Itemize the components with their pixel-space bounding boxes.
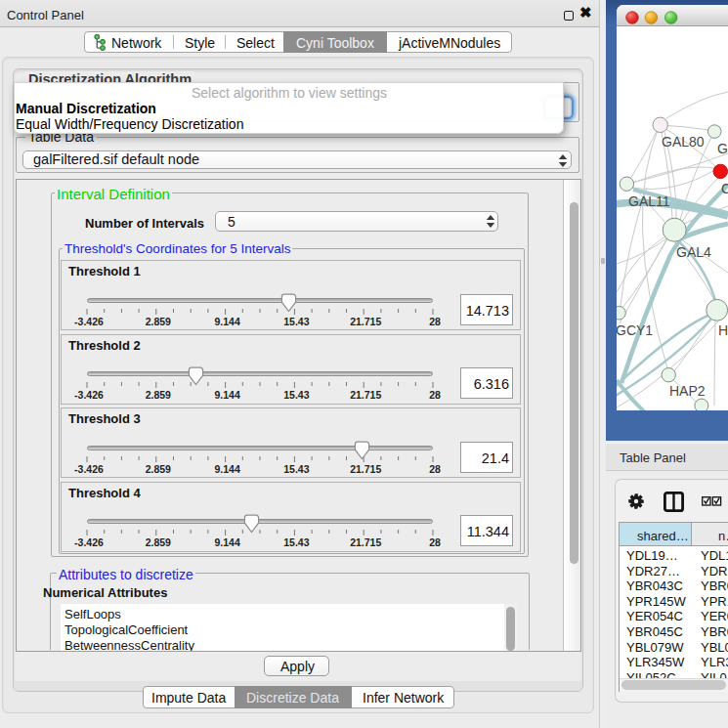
svg-text:GCY1: GCY1: [617, 322, 653, 338]
svg-text:H: H: [718, 322, 728, 338]
svg-text:GAL80: GAL80: [662, 134, 705, 150]
svg-text:G…: G…: [717, 141, 728, 156]
svg-text:GAL11: GAL11: [628, 193, 670, 209]
svg-text:GAL4: GAL4: [676, 244, 711, 260]
svg-text:HAP2: HAP2: [669, 383, 706, 399]
svg-text:C: C: [721, 181, 728, 196]
